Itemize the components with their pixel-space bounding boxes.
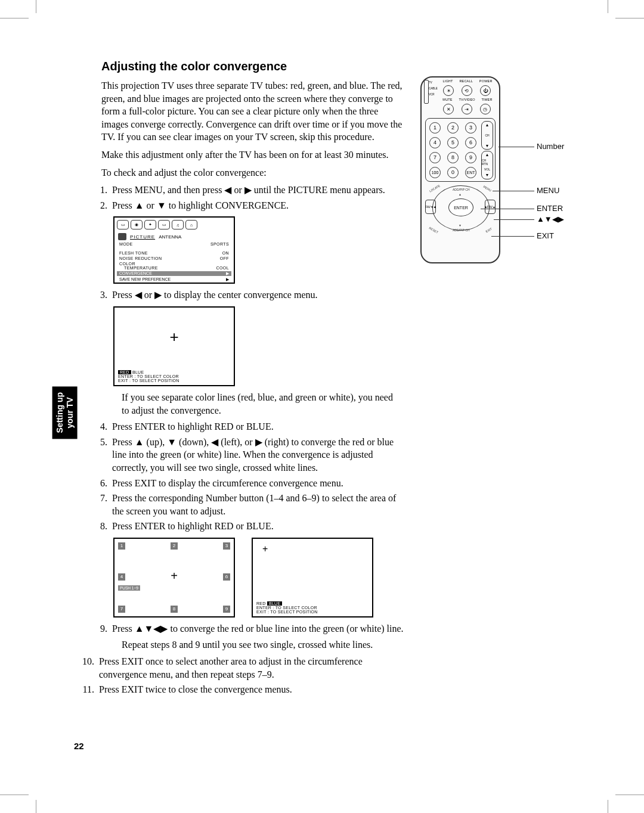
callout-enter: ENTER <box>537 204 563 213</box>
enter-button: ENTER <box>448 198 473 216</box>
ring-label: ADD/PIP CH <box>453 188 470 191</box>
page-number: 22 <box>74 741 84 751</box>
step-3: Press ◀ or ▶ to display the center conve… <box>110 288 408 302</box>
crosshair-icon: + <box>262 544 268 554</box>
grid-cell: 3 <box>223 542 230 550</box>
num-button: 8 <box>447 152 459 163</box>
rocker-label: CH <box>485 134 489 137</box>
btn-label: POWER <box>479 79 493 83</box>
crop-mark <box>36 0 36 13</box>
grid-cell: 4 <box>118 573 125 581</box>
push-label: PUSH 1~9 <box>118 585 140 591</box>
up-triangle-icon: ▲ <box>485 153 490 157</box>
callout-menu: MENU <box>537 186 559 195</box>
btn-label: TIMER <box>482 98 493 101</box>
osd-label: NOISE REDUCTION <box>119 256 162 260</box>
osd-circumference-grid: 1 2 3 4 6 7 8 9 + PUSH 1~9 <box>113 538 235 617</box>
grid-cell: 8 <box>171 606 178 613</box>
ring-label: EXIT <box>485 227 493 234</box>
osd-value: OFF <box>220 256 229 260</box>
step-7: Press the corresponding Number button (1… <box>110 492 408 517</box>
step-5: Press ▲ (up), ▼ (down), ◀ (left), or ▶ (… <box>110 436 408 474</box>
nav-ring: ENTER FAV▼◀ ▶FAV▲ ADD/PIP CH ADD/PIP CH … <box>428 185 493 233</box>
red-label: RED <box>256 601 266 606</box>
blue-label-box: BLUE <box>267 601 283 606</box>
section-heading: Adjusting the color convergence <box>101 60 590 73</box>
osd-value: COOL <box>216 266 229 270</box>
step-9: Press ▲▼◀▶ to converge the red or blue l… <box>110 622 408 635</box>
tab-line2: your TV <box>65 392 75 433</box>
num-button: 6 <box>465 137 476 148</box>
osd-title-row: PICTURE ANTENNA <box>114 232 234 241</box>
btn-label: MUTE <box>442 98 452 101</box>
osd-center-convergence: + RED BLUE ENTER : TO SELECT COLOR EXIT … <box>113 306 235 386</box>
osd-row: MODE SPORTS <box>114 241 234 247</box>
menu-icon: ⌂ <box>185 220 197 229</box>
step-10: Press EXIT once to select another area t… <box>97 655 395 681</box>
osd-row: SAVE NEW PREFERENCE ▶ <box>114 277 234 283</box>
num-button: 3 <box>465 122 476 134</box>
ring-label: LOCATE <box>429 184 441 193</box>
up-triangle-icon: ▲ <box>485 123 490 127</box>
callout-exit: EXIT <box>537 231 554 240</box>
step-8: Press ENTER to highlight RED or BLUE. <box>110 520 408 533</box>
steps-list: Press ◀ or ▶ to display the center conve… <box>110 288 408 302</box>
steps-list: Press EXIT once to select another area t… <box>97 655 395 696</box>
osd-footer: RED BLUE ENTER : TO SELECT COLOR EXIT : … <box>256 601 318 614</box>
osd-picture-menu: ▭ ◉ ✦ ▭ ♫ ⌂ PICTURE ANTENNA MODE SPORTS … <box>113 216 235 284</box>
callout-line <box>493 191 534 191</box>
osd-title-icon <box>118 233 126 240</box>
num-button: 1 <box>429 122 441 134</box>
slider-label: VCR <box>429 93 435 96</box>
osd-label: MODE <box>119 242 133 246</box>
section-tab: Setting up your TV <box>52 386 78 439</box>
callout-arrows: ▲▼◀▶ <box>537 215 564 224</box>
ring-label: RESET <box>429 226 439 234</box>
osd-label: COLOR <box>119 262 135 266</box>
crosshair-icon: + <box>171 569 178 583</box>
down-triangle-icon: ▼ <box>485 144 490 148</box>
osd-footer-line: EXIT : TO SELECT POSITION <box>118 378 179 383</box>
osd-area-convergence: + RED BLUE ENTER : TO SELECT COLOR EXIT … <box>252 538 373 617</box>
osd-footer-line: EXIT : TO SELECT POSITION <box>256 610 318 614</box>
osd-row: NOISE REDUCTION OFF <box>114 256 234 261</box>
timer-button: ◷ <box>480 104 491 114</box>
right-triangle-icon: ▶ <box>226 277 229 282</box>
step-1: Press MENU, and then press ◀ or ▶ until … <box>110 184 408 197</box>
steps-list: Press ▲▼◀▶ to converge the red or blue l… <box>110 622 408 635</box>
menu-icon: ♫ <box>172 220 184 229</box>
btn-label: RECALL <box>459 79 473 83</box>
num-button: 0 <box>447 167 459 178</box>
grid-cell: 9 <box>223 606 230 613</box>
intro-p1: This projection TV uses three separate T… <box>101 79 405 144</box>
menu-icon: ✦ <box>144 220 156 229</box>
intro-p2: Make this adjustment only after the TV h… <box>101 148 405 162</box>
tvvideo-button: ⇥ <box>462 104 472 114</box>
callout-line <box>481 209 534 209</box>
step-6: Press EXIT to display the circumference … <box>110 477 408 490</box>
step-2: Press ▲ or ▼ to highlight CONVERGENCE. <box>110 199 408 212</box>
button-row: ✕ ⇥ ◷ <box>439 104 494 114</box>
ent-button: ENT <box>465 167 476 178</box>
volume-rocker: ▲ CH RTN VOL ▼ <box>481 151 493 179</box>
osd-footer-line: ENTER : TO SELECT COLOR <box>118 374 179 378</box>
callout-number: Number <box>537 142 564 151</box>
callout-line <box>491 236 534 237</box>
remote-body: TV CABLE VCR LIGHT RECALL POWER ☀ ⟲ ⏻ MU… <box>420 76 500 263</box>
num-button: 100 <box>429 167 441 178</box>
osd-value: SPORTS <box>210 242 229 246</box>
steps-list: Press ENTER to highlight RED or BLUE. Pr… <box>110 420 408 533</box>
osd-row: TEMPERATURE COOL <box>114 265 234 271</box>
callout-line <box>494 219 534 220</box>
ring-label: ADD/PIP CH <box>453 228 470 232</box>
light-button: ☀ <box>443 85 454 96</box>
crop-mark <box>0 18 29 18</box>
num-button: 2 <box>447 122 459 134</box>
menu-icon: ◉ <box>131 220 143 229</box>
osd-label: SAVE NEW PREFERENCE <box>119 277 171 282</box>
fav-up-button: ▶FAV▲ <box>485 200 496 214</box>
osd-label: CONVERGENCE <box>119 271 152 276</box>
slider-label: CABLE <box>429 87 438 90</box>
step-11: Press EXIT twice to close the convergenc… <box>97 683 395 696</box>
grid-cell: 6 <box>223 573 230 581</box>
